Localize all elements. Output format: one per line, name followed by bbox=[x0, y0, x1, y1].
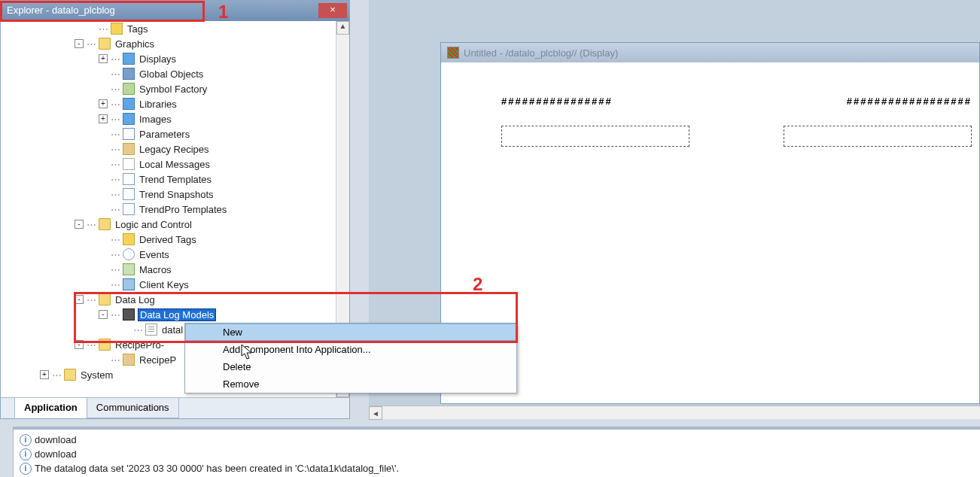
output-text: download bbox=[35, 434, 77, 445]
output-line: i download bbox=[20, 433, 974, 447]
tree-node-logic-control[interactable]: -⋯ Logic and Control bbox=[1, 217, 336, 232]
collapse-icon[interactable]: - bbox=[75, 220, 84, 229]
dotted-placeholder-2[interactable] bbox=[784, 126, 972, 147]
info-icon: i bbox=[20, 463, 32, 475]
folder-open-icon bbox=[99, 339, 111, 351]
tree-node-data-log[interactable]: -⋯ Data Log bbox=[1, 292, 336, 307]
tree-node-symbol-factory[interactable]: ⋯ Symbol Factory bbox=[1, 81, 336, 96]
annotation-label-1: 1 bbox=[218, 2, 228, 23]
trendpro-templates-icon bbox=[123, 203, 135, 215]
images-icon bbox=[123, 113, 135, 125]
tree-node-macros[interactable]: ⋯ Macros bbox=[1, 262, 336, 277]
display-window[interactable]: Untitled - /datalo_plcblog// (Display) #… bbox=[440, 42, 980, 404]
folder-open-icon bbox=[99, 218, 111, 230]
expand-icon[interactable]: + bbox=[99, 99, 108, 108]
explorer-tab-strip: Application Communications bbox=[1, 397, 349, 418]
output-text: The datalog data set '2023 03 30 0000' h… bbox=[35, 463, 399, 474]
tree-node-trendpro-templates[interactable]: ⋯ TrendPro Templates bbox=[1, 202, 336, 217]
context-menu-add-component[interactable]: Add Component Into Application... bbox=[185, 341, 516, 358]
explorer-titlebar[interactable]: Explorer - datalo_plcblog × bbox=[1, 1, 349, 21]
tree-node-global-objects[interactable]: ⋯ Global Objects bbox=[1, 66, 336, 81]
tree-node-client-keys[interactable]: ⋯ Client Keys bbox=[1, 277, 336, 292]
context-menu-remove[interactable]: Remove bbox=[185, 375, 516, 393]
document-icon bbox=[145, 324, 157, 336]
tree-node-graphics[interactable]: -⋯ Graphics bbox=[1, 36, 336, 51]
local-messages-icon bbox=[123, 158, 135, 170]
expand-icon[interactable]: + bbox=[99, 54, 108, 63]
folder-open-icon bbox=[99, 293, 111, 305]
client-keys-icon bbox=[123, 278, 135, 290]
tree-node-displays[interactable]: +⋯ Displays bbox=[1, 51, 336, 66]
expand-icon[interactable]: + bbox=[99, 114, 108, 123]
context-menu-new[interactable]: New bbox=[185, 324, 516, 341]
legacy-recipes-icon bbox=[123, 143, 135, 155]
horizontal-scrollbar[interactable]: ◄ bbox=[369, 406, 980, 419]
tree-node-tags[interactable]: ⋯ Tags bbox=[1, 21, 336, 36]
tab-communications[interactable]: Communications bbox=[87, 398, 179, 418]
tree-node-local-messages[interactable]: ⋯ Local Messages bbox=[1, 156, 336, 172]
scroll-left-icon[interactable]: ◄ bbox=[369, 406, 382, 420]
scroll-up-icon[interactable]: ▲ bbox=[336, 21, 349, 35]
symbol-factory-icon bbox=[123, 83, 135, 95]
info-icon: i bbox=[20, 448, 32, 460]
tree-node-images[interactable]: +⋯ Images bbox=[1, 111, 336, 126]
tree-node-data-log-models[interactable]: -⋯ Data Log Models bbox=[1, 307, 336, 322]
hash-placeholder-1: ################ bbox=[501, 96, 613, 107]
output-line: i The datalog data set '2023 03 30 0000'… bbox=[20, 461, 974, 475]
hash-placeholder-row: ################ ################## bbox=[501, 96, 972, 107]
collapse-icon[interactable]: - bbox=[75, 340, 84, 349]
events-icon bbox=[123, 248, 135, 260]
folder-open-icon bbox=[99, 38, 111, 50]
output-line: i download bbox=[20, 447, 974, 461]
tree-node-trend-templates[interactable]: ⋯ Trend Templates bbox=[1, 172, 336, 187]
folder-icon bbox=[64, 369, 76, 381]
macros-icon bbox=[123, 263, 135, 275]
derived-tags-icon bbox=[123, 233, 135, 245]
tree-node-trend-snapshots[interactable]: ⋯ Trend Snapshots bbox=[1, 187, 336, 202]
collapse-icon[interactable]: - bbox=[75, 39, 84, 48]
explorer-title-text: Explorer - datalo_plcblog bbox=[7, 5, 115, 16]
display-title-text: Untitled - /datalo_plcblog// (Display) bbox=[464, 47, 618, 59]
tree-node-legacy-recipes[interactable]: ⋯ Legacy Recipes bbox=[1, 141, 336, 156]
hash-placeholder-2: ################## bbox=[847, 96, 972, 107]
data-log-models-icon bbox=[123, 308, 135, 321]
tree-node-derived-tags[interactable]: ⋯ Derived Tags bbox=[1, 232, 336, 247]
dotted-placeholder-row bbox=[501, 126, 972, 147]
annotation-label-2: 2 bbox=[473, 274, 482, 295]
display-window-icon bbox=[447, 47, 459, 59]
tree-node-libraries[interactable]: +⋯ Libraries bbox=[1, 96, 336, 111]
global-objects-icon bbox=[123, 68, 135, 80]
tree-node-parameters[interactable]: ⋯ Parameters bbox=[1, 126, 336, 141]
trend-snapshots-icon bbox=[123, 188, 135, 200]
display-titlebar[interactable]: Untitled - /datalo_plcblog// (Display) bbox=[441, 43, 979, 62]
context-menu: New Add Component Into Application... De… bbox=[184, 323, 517, 393]
tab-application[interactable]: Application bbox=[14, 398, 87, 418]
tree-node-events[interactable]: ⋯ Events bbox=[1, 247, 336, 262]
recipe-icon bbox=[123, 354, 135, 366]
info-icon: i bbox=[20, 434, 32, 446]
output-text: download bbox=[35, 448, 77, 460]
tags-icon bbox=[111, 23, 123, 35]
parameters-icon bbox=[123, 128, 135, 140]
expand-icon[interactable]: + bbox=[40, 370, 49, 379]
libraries-icon bbox=[123, 98, 135, 110]
displays-icon bbox=[123, 53, 135, 65]
close-icon[interactable]: × bbox=[318, 3, 347, 18]
collapse-icon[interactable]: - bbox=[99, 310, 108, 319]
trend-templates-icon bbox=[123, 173, 135, 185]
context-menu-delete[interactable]: Delete bbox=[185, 358, 516, 375]
dotted-placeholder-1[interactable] bbox=[501, 126, 689, 147]
collapse-icon[interactable]: - bbox=[75, 295, 84, 304]
output-panel: i download i download i The datalog data… bbox=[13, 427, 980, 477]
